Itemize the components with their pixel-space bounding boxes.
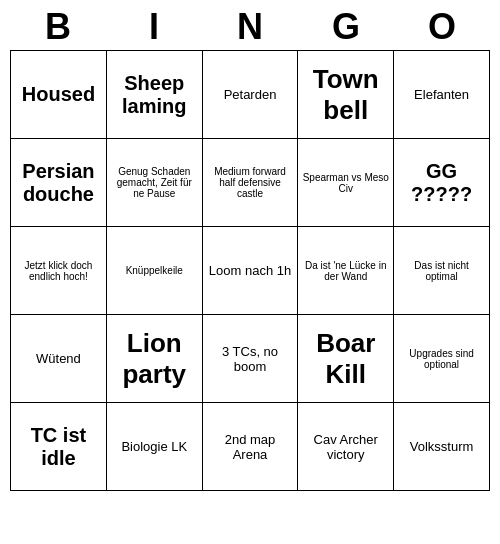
cell-r4-c0: TC ist idle bbox=[11, 403, 107, 491]
cell-r2-c1: Knüppelkeile bbox=[106, 227, 202, 315]
cell-r2-c4: Das ist nicht optimal bbox=[394, 227, 490, 315]
cell-r4-c4: Volkssturm bbox=[394, 403, 490, 491]
cell-r3-c3: Boar Kill bbox=[298, 315, 394, 403]
letter-i: I bbox=[110, 6, 198, 48]
bingo-grid: HousedSheep lamingPetardenTown bellElefa… bbox=[10, 50, 490, 491]
cell-r4-c3: Cav Archer victory bbox=[298, 403, 394, 491]
letter-n: N bbox=[206, 6, 294, 48]
cell-r0-c3: Town bell bbox=[298, 51, 394, 139]
letter-b: B bbox=[14, 6, 102, 48]
cell-r2-c3: Da ist 'ne Lücke in der Wand bbox=[298, 227, 394, 315]
cell-r4-c2: 2nd map Arena bbox=[202, 403, 298, 491]
cell-r1-c1: Genug Schaden gemacht, Zeit für ne Pause bbox=[106, 139, 202, 227]
letter-g: G bbox=[302, 6, 390, 48]
cell-r0-c4: Elefanten bbox=[394, 51, 490, 139]
cell-r3-c2: 3 TCs, no boom bbox=[202, 315, 298, 403]
cell-r2-c0: Jetzt klick doch endlich hoch! bbox=[11, 227, 107, 315]
cell-r0-c2: Petarden bbox=[202, 51, 298, 139]
cell-r0-c1: Sheep laming bbox=[106, 51, 202, 139]
cell-r0-c0: Housed bbox=[11, 51, 107, 139]
cell-r3-c0: Wütend bbox=[11, 315, 107, 403]
cell-r3-c4: Upgrades sind optional bbox=[394, 315, 490, 403]
bingo-title: B I N G O bbox=[10, 0, 490, 50]
cell-r1-c2: Medium forward half defensive castle bbox=[202, 139, 298, 227]
letter-o: O bbox=[398, 6, 486, 48]
cell-r1-c4: GG ????? bbox=[394, 139, 490, 227]
cell-r1-c0: Persian douche bbox=[11, 139, 107, 227]
cell-r2-c2: Loom nach 1h bbox=[202, 227, 298, 315]
cell-r3-c1: Lion party bbox=[106, 315, 202, 403]
cell-r4-c1: Biologie LK bbox=[106, 403, 202, 491]
cell-r1-c3: Spearman vs Meso Civ bbox=[298, 139, 394, 227]
